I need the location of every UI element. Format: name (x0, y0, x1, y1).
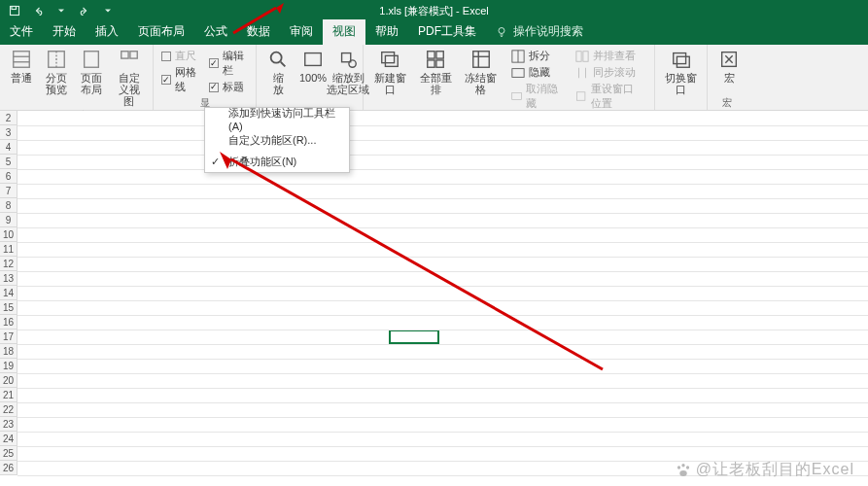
page-break-preview-button[interactable]: 分页 预览 (39, 47, 74, 97)
svg-rect-20 (428, 60, 434, 67)
group-window: 新建窗口 全部重排 冻结窗格 拆分 隐藏 取消隐藏 并排查看 同步滚动 重设窗口… (364, 45, 655, 110)
gridlines-checkbox[interactable]: 网格线 (161, 65, 201, 94)
row-header[interactable]: 21 (0, 388, 17, 402)
svg-rect-17 (386, 55, 399, 66)
svg-marker-38 (220, 152, 231, 169)
group-show: 直尺 网格线 编辑栏 标题 显 (154, 45, 257, 110)
tab-view[interactable]: 视图 (323, 19, 365, 45)
row-header[interactable]: 14 (0, 286, 17, 300)
svg-rect-3 (14, 52, 30, 68)
svg-line-12 (281, 62, 286, 67)
row-header[interactable]: 7 (0, 184, 17, 198)
page-layout-view-button[interactable]: 页面布局 (74, 47, 109, 97)
freeze-panes-button[interactable]: 冻结窗格 (458, 47, 503, 97)
svg-rect-30 (583, 51, 588, 61)
row-header[interactable]: 5 (0, 155, 17, 169)
row-header[interactable]: 15 (0, 300, 17, 315)
hide-icon (511, 66, 525, 80)
new-window-icon (379, 49, 400, 70)
svg-rect-27 (512, 68, 524, 77)
svg-rect-10 (129, 52, 136, 58)
custom-views-button[interactable]: 自定义视图 (109, 47, 149, 109)
normal-view-button[interactable]: 普通 (4, 47, 39, 86)
row-header[interactable]: 17 (0, 330, 17, 344)
svg-rect-29 (576, 51, 581, 61)
row-header[interactable]: 4 (0, 140, 17, 155)
tab-home[interactable]: 开始 (43, 19, 86, 45)
tab-file[interactable]: 文件 (0, 19, 43, 45)
row-header[interactable]: 19 (0, 359, 17, 373)
tab-pdf-tools[interactable]: PDF工具集 (408, 19, 486, 45)
headings-checkbox[interactable]: 标题 (209, 80, 249, 94)
tab-page-layout[interactable]: 页面布局 (128, 19, 194, 45)
qat-customize-icon[interactable] (97, 1, 119, 20)
group-zoom: 缩 放 100% 缩放到 选定区域 (257, 45, 364, 110)
zoom-selection-button[interactable]: 缩放到 选定区域 (330, 47, 365, 97)
svg-point-40 (681, 464, 684, 467)
svg-rect-33 (677, 56, 689, 67)
svg-line-35 (233, 8, 276, 33)
formula-bar-checkbox[interactable]: 编辑栏 (209, 49, 249, 78)
zoom-selection-icon (337, 49, 359, 70)
tab-help[interactable]: 帮助 (365, 19, 408, 45)
tell-me-search[interactable]: 操作说明搜索 (486, 19, 593, 45)
zoom-button[interactable]: 缩 放 (260, 47, 295, 97)
row-header[interactable]: 26 (0, 461, 17, 475)
svg-rect-32 (673, 53, 685, 64)
svg-rect-31 (577, 92, 585, 100)
row-header[interactable]: 11 (0, 242, 17, 257)
svg-rect-21 (436, 60, 443, 67)
row-header[interactable]: 12 (0, 257, 17, 271)
svg-rect-8 (85, 52, 99, 68)
ruler-checkbox: 直尺 (161, 49, 201, 63)
row-header[interactable]: 25 (0, 446, 17, 461)
row-header[interactable]: 13 (0, 271, 17, 286)
arrange-all-button[interactable]: 全部重排 (413, 47, 459, 97)
group-label-macros: 宏 (708, 96, 746, 110)
menu-add-to-qat[interactable]: 添加到快速访问工具栏(A) (205, 108, 349, 129)
svg-point-41 (685, 466, 688, 469)
row-header[interactable]: 24 (0, 432, 17, 446)
switch-windows-icon (671, 49, 692, 70)
switch-windows-button[interactable]: 切换窗口 (659, 47, 703, 97)
svg-rect-19 (436, 52, 443, 58)
title-bar: 1.xls [兼容模式] - Excel (0, 0, 868, 21)
row-header[interactable]: 20 (0, 373, 17, 388)
row-header[interactable]: 16 (0, 315, 17, 330)
tab-insert[interactable]: 插入 (86, 19, 128, 45)
svg-rect-13 (305, 53, 322, 66)
macros-button[interactable]: 宏 (712, 47, 746, 86)
reset-position-button: 重设窗口位置 (572, 82, 646, 111)
row-header[interactable]: 6 (0, 169, 17, 184)
row-header[interactable]: 9 (0, 213, 17, 227)
sync-scroll-icon (575, 66, 589, 80)
unhide-button: 取消隐藏 (507, 82, 564, 111)
row-header[interactable]: 22 (0, 402, 17, 417)
svg-rect-28 (512, 93, 522, 100)
row-header[interactable]: 23 (0, 417, 17, 432)
svg-line-37 (231, 159, 603, 369)
row-headers: 2345678910111213141516171819202122232425… (0, 111, 17, 475)
ribbon-tabs: 文件 开始 插入 页面布局 公式 数据 审阅 视图 帮助 PDF工具集 操作说明… (0, 21, 868, 45)
undo-dropdown-icon[interactable] (51, 1, 72, 20)
watermark: @让老板刮目的Excel (675, 460, 854, 480)
svg-point-42 (679, 470, 687, 476)
side-by-side-button: 并排查看 (572, 49, 646, 63)
split-button[interactable]: 拆分 (507, 49, 564, 63)
new-window-button[interactable]: 新建窗口 (367, 47, 413, 97)
save-button[interactable] (4, 1, 25, 20)
zoom-100-button[interactable]: 100% (295, 47, 330, 86)
row-header[interactable]: 3 (0, 125, 17, 140)
row-header[interactable]: 10 (0, 227, 17, 242)
row-header[interactable]: 8 (0, 198, 17, 213)
side-by-side-icon (575, 50, 589, 63)
zoom-100-icon (302, 49, 324, 70)
undo-button[interactable] (27, 1, 49, 20)
svg-point-2 (499, 27, 504, 33)
hide-button[interactable]: 隐藏 (507, 65, 564, 80)
redo-button[interactable] (74, 1, 95, 20)
zoom-icon (267, 49, 289, 70)
svg-marker-36 (276, 3, 284, 14)
row-header[interactable]: 2 (0, 111, 17, 125)
row-header[interactable]: 18 (0, 344, 17, 359)
